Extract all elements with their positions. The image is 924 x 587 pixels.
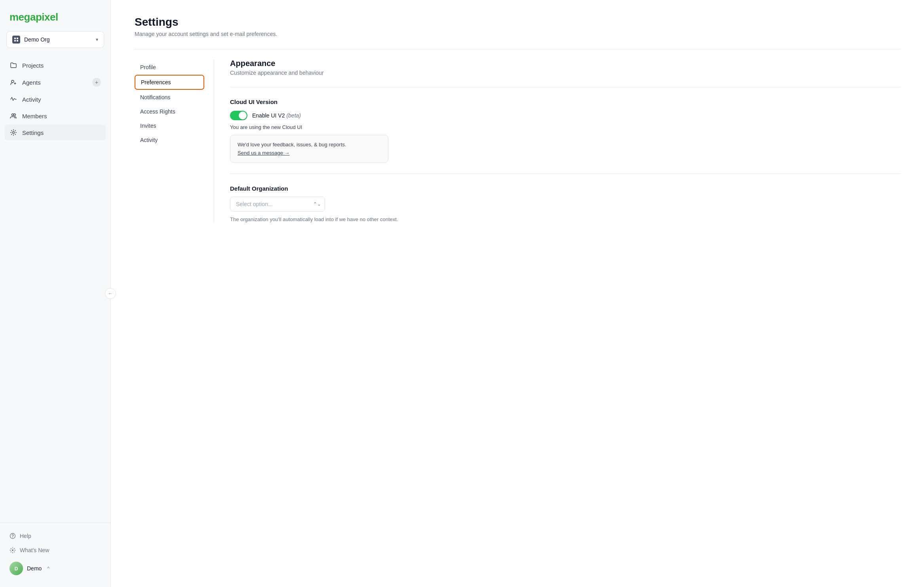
whats-new-icon [10, 547, 16, 553]
svg-point-7 [13, 132, 15, 134]
settings-icon [10, 129, 17, 136]
user-name: Demo [27, 565, 42, 572]
sidebar-item-label-agents: Agents [22, 79, 87, 86]
settings-layout: Profile Preferences Notifications Access… [135, 49, 900, 222]
sidebar-item-whats-new[interactable]: What's New [5, 543, 106, 557]
sidebar-item-help[interactable]: ? Help [5, 529, 106, 543]
default-org-select-wrapper: Select option... ⌃⌄ [230, 197, 325, 212]
feedback-box: We'd love your feedback, issues, & bug r… [230, 135, 388, 163]
sidebar-item-label-projects: Projects [22, 62, 101, 69]
settings-content: Appearance Customize appearance and beha… [214, 59, 900, 222]
settings-nav-notifications[interactable]: Notifications [135, 91, 204, 104]
sidebar-bottom: ? Help What's New [0, 523, 110, 587]
svg-rect-1 [17, 38, 18, 39]
logo: megapixel [0, 0, 110, 31]
members-icon [10, 112, 17, 120]
default-org-title: Default Organization [230, 185, 900, 192]
svg-text:?: ? [11, 534, 14, 538]
appearance-title: Appearance [230, 59, 900, 68]
default-org-select[interactable]: Select option... [230, 197, 325, 212]
svg-rect-3 [17, 40, 18, 42]
cloud-ui-subsection-title: Cloud UI Version [230, 98, 900, 105]
svg-rect-2 [14, 40, 16, 42]
page-subtitle: Manage your account settings and set e-m… [135, 31, 900, 37]
org-chevron-icon: ▾ [96, 37, 98, 42]
avatar: D [10, 562, 23, 575]
ui-notice: You are using the new Cloud UI [230, 124, 900, 130]
sidebar-item-agents[interactable]: Agents + [5, 74, 106, 91]
divider-1 [230, 87, 900, 87]
sidebar-item-label-members: Members [22, 113, 101, 119]
agents-icon [10, 78, 17, 86]
settings-nav-access-rights[interactable]: Access Rights [135, 105, 204, 118]
main-content: Settings Manage your account settings an… [111, 0, 924, 587]
toggle-knob [239, 112, 247, 119]
org-icon [12, 36, 20, 44]
user-chevron-icon: ^ [47, 566, 49, 571]
appearance-subtitle: Customize appearance and behaviour [230, 70, 900, 76]
org-name: Demo Org [24, 36, 92, 43]
svg-text:D: D [15, 566, 18, 572]
divider-2 [230, 174, 900, 174]
sidebar-item-label-activity: Activity [22, 96, 101, 103]
enable-ui-v2-toggle[interactable] [230, 111, 247, 120]
toggle-row: Enable UI V2 (beta) [230, 111, 900, 120]
org-selector[interactable]: Demo Org ▾ [6, 31, 104, 48]
sidebar-item-label-settings: Settings [22, 129, 101, 136]
svg-point-10 [12, 549, 13, 551]
svg-point-5 [12, 114, 14, 116]
agents-add-button[interactable]: + [92, 78, 101, 87]
page-title: Settings [135, 16, 900, 28]
sidebar-item-projects[interactable]: Projects [5, 57, 106, 73]
sidebar-item-settings[interactable]: Settings [5, 125, 106, 140]
sidebar-item-activity[interactable]: Activity [5, 91, 106, 107]
settings-nav-preferences[interactable]: Preferences [135, 75, 204, 90]
toggle-label: Enable UI V2 (beta) [252, 112, 301, 119]
sidebar-item-members[interactable]: Members [5, 108, 106, 124]
settings-nav-profile[interactable]: Profile [135, 61, 204, 74]
settings-nav-activity[interactable]: Activity [135, 133, 204, 147]
feedback-link[interactable]: Send us a message → [238, 150, 381, 156]
org-help-text: The organization you'll automatically lo… [230, 216, 444, 222]
brand-name: megapixel [10, 11, 58, 23]
folder-icon [10, 61, 17, 69]
settings-nav: Profile Preferences Notifications Access… [135, 59, 214, 222]
svg-point-6 [14, 114, 16, 116]
activity-icon [10, 95, 17, 103]
user-section[interactable]: D Demo ^ [5, 558, 106, 579]
svg-point-4 [11, 80, 14, 83]
help-label: Help [20, 533, 31, 539]
svg-rect-0 [14, 38, 16, 39]
collapse-sidebar-button[interactable]: ← [105, 288, 116, 299]
feedback-text: We'd love your feedback, issues, & bug r… [238, 142, 381, 148]
whats-new-label: What's New [20, 547, 49, 553]
help-icon: ? [10, 533, 16, 539]
sidebar: megapixel Demo Org ▾ Projects [0, 0, 111, 587]
nav-items: Projects Agents + Activity [0, 54, 110, 523]
settings-nav-invites[interactable]: Invites [135, 119, 204, 133]
